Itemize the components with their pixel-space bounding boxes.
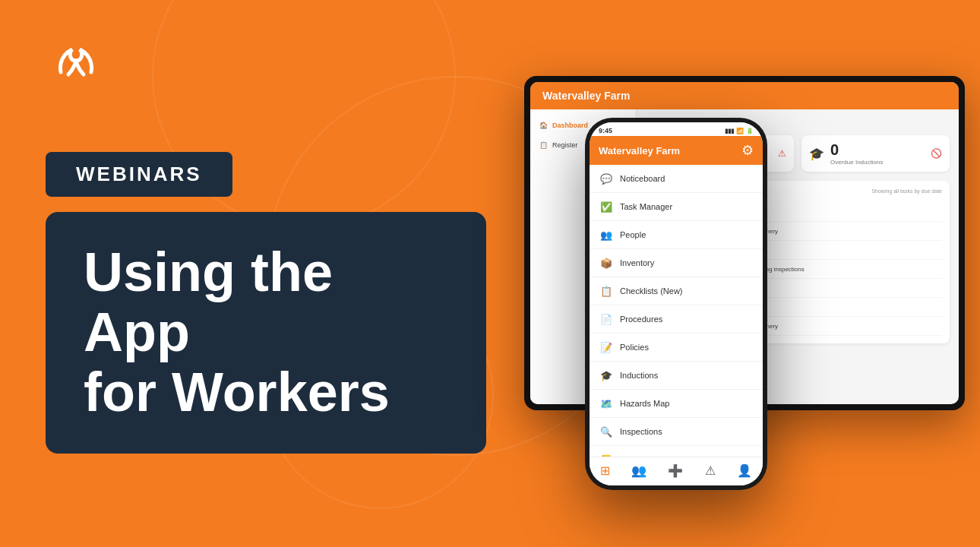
inductions-count: 0 (830, 141, 883, 159)
overview-card-inductions: 🎓 0 Overdue Inductions 🚫 (801, 135, 950, 172)
task-manager-subtitle: Showing all tasks by due date (871, 188, 942, 197)
phone-farm-name: Watervalley Farm (599, 145, 680, 157)
logo (46, 30, 106, 94)
tablet-farm-name: Watervalley Farm (542, 90, 630, 102)
procedures-label: Procedures (620, 315, 662, 324)
menu-item-visitor-register[interactable]: 📒 Visitor Register (590, 446, 763, 457)
menu-item-task-manager[interactable]: ✅ Task Manager (590, 193, 763, 221)
settings-icon[interactable]: ⚙ (741, 142, 754, 159)
phone-inner: 9:45 ▮▮▮ 📶 🔋 Watervalley Farm ⚙ 💬 Notice… (590, 122, 763, 485)
nav-alert-icon[interactable]: ⚠ (705, 463, 716, 478)
inductions-alert-icon: 🚫 (931, 148, 942, 159)
inventory-icon: 📦 (600, 257, 612, 269)
left-content: WEBINARS Using the App for Workers (46, 152, 486, 454)
register-label: Register (552, 141, 578, 149)
noticeboard-icon: 💬 (600, 172, 612, 185)
nav-profile-icon[interactable]: 👤 (737, 463, 752, 478)
menu-item-inspections[interactable]: 🔍 Inspections (590, 418, 763, 446)
dashboard-label: Dashboard (552, 122, 588, 129)
menu-item-procedures[interactable]: 📄 Procedures (590, 305, 763, 334)
register-icon: 📋 (539, 141, 548, 149)
people-label: People (620, 230, 646, 239)
tasks-alert-icon: ⚠ (778, 148, 786, 159)
inspections-label: Inspections (620, 427, 662, 436)
phone-header: Watervalley Farm ⚙ (590, 136, 763, 165)
task-manager-label: Task Manager (620, 202, 672, 211)
procedures-icon: 📄 (600, 313, 612, 325)
inductions-label: Overdue Inductions (830, 159, 883, 166)
tablet-header: Watervalley Farm (530, 82, 959, 109)
inspections-icon: 🔍 (600, 425, 612, 438)
nav-people-icon[interactable]: 👥 (631, 463, 646, 478)
main-title-box: Using the App for Workers (46, 212, 486, 454)
battery-icon: 🔋 (746, 128, 754, 134)
hazards-map-icon: 🗺️ (600, 397, 612, 409)
phone-status-icons: ▮▮▮ 📶 🔋 (725, 128, 754, 134)
dashboard-icon: 🏠 (539, 122, 548, 129)
noticeboard-label: Noticeboard (620, 174, 665, 183)
inductions-icon: 🎓 (809, 147, 824, 161)
phone-mockup: 9:45 ▮▮▮ 📶 🔋 Watervalley Farm ⚙ 💬 Notice… (585, 118, 767, 490)
policies-icon: 📝 (600, 341, 612, 353)
signal-icon: ▮▮▮ (725, 128, 734, 134)
phone-time: 9:45 (599, 127, 612, 134)
menu-item-hazards-map[interactable]: 🗺️ Hazards Map (590, 390, 763, 418)
nav-home-icon[interactable]: ⊞ (600, 463, 610, 478)
hazards-map-label: Hazards Map (620, 399, 669, 408)
phone-menu: 💬 Noticeboard ✅ Task Manager 👥 People 📦 … (590, 165, 763, 457)
policies-label: Policies (620, 343, 649, 352)
task-manager-icon: ✅ (600, 201, 612, 213)
title-line-2: for Workers (84, 362, 390, 422)
inductions-menu-icon: 🎓 (600, 369, 612, 381)
checklists-label: Checklists (New) (620, 286, 683, 296)
inventory-label: Inventory (620, 258, 654, 267)
people-icon: 👥 (600, 229, 612, 241)
title-line-1: Using the App (84, 242, 333, 362)
menu-item-noticeboard[interactable]: 💬 Noticeboard (590, 165, 763, 193)
menu-item-checklists[interactable]: 📋 Checklists (New) (590, 277, 763, 305)
main-title: Using the App for Workers (84, 242, 448, 423)
wifi-icon: 📶 (736, 128, 744, 134)
inductions-menu-label: Inductions (620, 371, 658, 380)
phone-bottom-nav: ⊞ 👥 ➕ ⚠ 👤 (590, 457, 763, 485)
webinars-badge: WEBINARS (46, 152, 232, 197)
menu-item-inventory[interactable]: 📦 Inventory (590, 249, 763, 277)
checklists-icon: 📋 (600, 285, 612, 297)
menu-item-inductions[interactable]: 🎓 Inductions (590, 362, 763, 390)
menu-item-people[interactable]: 👥 People (590, 221, 763, 249)
nav-add-icon[interactable]: ➕ (668, 463, 683, 478)
webinars-label: WEBINARS (76, 163, 202, 185)
phone-status-bar: 9:45 ▮▮▮ 📶 🔋 (590, 122, 763, 136)
menu-item-policies[interactable]: 📝 Policies (590, 334, 763, 362)
